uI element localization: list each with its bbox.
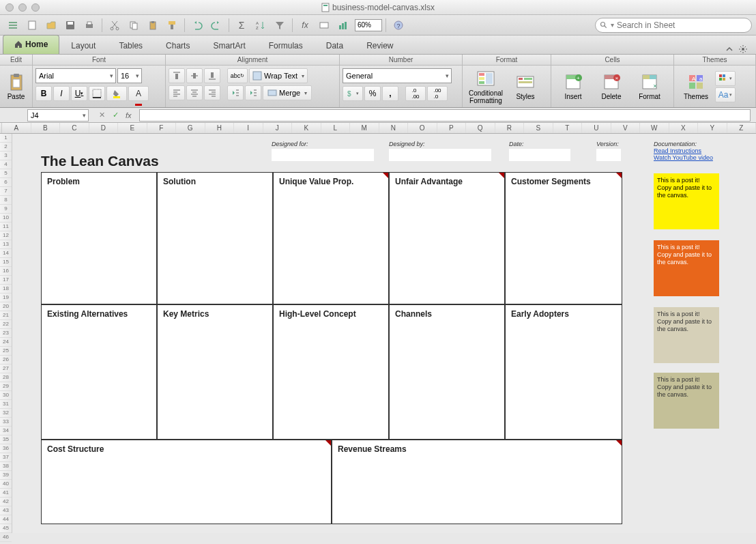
col-J[interactable]: J xyxy=(263,123,293,133)
row-14[interactable]: 14 xyxy=(0,249,12,258)
align-right[interactable] xyxy=(204,85,220,100)
themes-button[interactable]: Aa Themes xyxy=(677,68,715,104)
row-46[interactable]: 46 xyxy=(0,533,12,542)
canvas-section[interactable]: Solution xyxy=(157,172,273,304)
minimize-window[interactable] xyxy=(18,3,27,12)
cell-format-button[interactable]: Format xyxy=(630,68,669,104)
row-17[interactable]: 17 xyxy=(0,276,12,285)
row-13[interactable]: 13 xyxy=(0,240,12,249)
chart-icon[interactable] xyxy=(334,17,352,33)
new-file-icon[interactable] xyxy=(23,17,41,33)
zoom-level[interactable]: 60% xyxy=(355,19,382,31)
row-41[interactable]: 41 xyxy=(0,489,12,498)
tab-smartart[interactable]: SmartArt xyxy=(201,36,257,54)
fx-label[interactable]: fx xyxy=(126,111,139,119)
tab-home[interactable]: Home xyxy=(3,35,59,54)
read-instructions-link[interactable]: Read Instructions xyxy=(654,147,713,154)
tab-review[interactable]: Review xyxy=(355,36,405,54)
meta-input[interactable] xyxy=(272,149,374,161)
row-11[interactable]: 11 xyxy=(0,223,12,231)
font-color-button[interactable]: A xyxy=(128,86,149,101)
row-6[interactable]: 6 xyxy=(0,178,12,187)
meta-input[interactable] xyxy=(509,149,570,161)
row-33[interactable]: 33 xyxy=(0,418,12,427)
fill-color-button[interactable] xyxy=(106,86,127,101)
post-it-note[interactable]: This is a post it! Copy and paste it to … xyxy=(654,307,719,363)
post-it-note[interactable]: This is a post it! Copy and paste it to … xyxy=(654,173,719,229)
filter-icon[interactable] xyxy=(271,17,289,33)
col-Y[interactable]: Y xyxy=(698,123,727,133)
bold-button[interactable]: B xyxy=(35,86,52,101)
tab-layout[interactable]: Layout xyxy=(59,36,107,54)
underline-button[interactable]: U▾ xyxy=(71,86,87,101)
print-icon[interactable] xyxy=(81,17,98,33)
row-30[interactable]: 30 xyxy=(0,391,12,400)
meta-input[interactable] xyxy=(389,149,491,161)
indent-increase[interactable] xyxy=(245,85,261,100)
paste-button[interactable]: Paste xyxy=(0,66,32,107)
save-icon[interactable] xyxy=(61,17,79,33)
formula-input[interactable] xyxy=(139,109,751,121)
col-K[interactable]: K xyxy=(292,123,321,133)
autosum-icon[interactable]: Σ xyxy=(233,17,250,33)
canvas-section[interactable]: High-Level Concept xyxy=(273,304,389,440)
tab-data[interactable]: Data xyxy=(315,36,355,54)
fx-icon[interactable]: fx xyxy=(296,17,314,33)
canvas-section[interactable]: Revenue Streams xyxy=(332,440,622,524)
col-G[interactable]: G xyxy=(176,123,205,133)
row-44[interactable]: 44 xyxy=(0,515,12,524)
col-X[interactable]: X xyxy=(669,123,699,133)
canvas-section[interactable]: Cost Structure xyxy=(41,440,332,524)
comment-indicator-icon[interactable] xyxy=(383,173,388,178)
row-9[interactable]: 9 xyxy=(0,205,12,214)
row-2[interactable]: 2 xyxy=(0,143,12,152)
merge-button[interactable]: Merge xyxy=(263,85,312,100)
cut-icon[interactable] xyxy=(106,17,123,33)
watch-video-link[interactable]: Watch YouTube video xyxy=(654,154,713,161)
meta-input[interactable] xyxy=(596,149,621,161)
row-32[interactable]: 32 xyxy=(0,409,12,418)
col-T[interactable]: T xyxy=(553,123,583,133)
row-21[interactable]: 21 xyxy=(0,311,12,320)
italic-button[interactable]: I xyxy=(53,86,70,101)
row-38[interactable]: 38 xyxy=(0,462,12,471)
insert-button[interactable]: + Insert xyxy=(554,68,592,104)
col-A[interactable]: A xyxy=(2,123,31,133)
align-top[interactable] xyxy=(169,68,185,83)
col-B[interactable]: B xyxy=(31,123,61,133)
undo-icon[interactable] xyxy=(188,17,206,33)
row-7[interactable]: 7 xyxy=(0,187,12,196)
row-39[interactable]: 39 xyxy=(0,471,12,480)
font-size-select[interactable]: 16 xyxy=(117,68,142,83)
col-C[interactable]: C xyxy=(60,123,89,133)
decrease-decimal[interactable]: .00.0 xyxy=(427,86,448,101)
col-Z[interactable]: Z xyxy=(727,123,757,133)
show-formulas-icon[interactable] xyxy=(315,17,333,33)
wrap-text-button[interactable]: Wrap Text xyxy=(249,68,308,83)
row-20[interactable]: 20 xyxy=(0,302,12,311)
comment-indicator-icon[interactable] xyxy=(499,173,504,178)
col-L[interactable]: L xyxy=(321,123,351,133)
canvas-section[interactable]: Key Metrics xyxy=(157,304,273,440)
styles-button[interactable]: Styles xyxy=(506,68,544,104)
row-27[interactable]: 27 xyxy=(0,364,12,373)
open-icon[interactable] xyxy=(42,17,60,33)
number-format-select[interactable]: General xyxy=(343,68,452,83)
tab-tables[interactable]: Tables xyxy=(107,36,154,54)
border-button[interactable] xyxy=(89,86,105,101)
row-5[interactable]: 5 xyxy=(0,169,12,178)
row-15[interactable]: 15 xyxy=(0,258,12,267)
row-40[interactable]: 40 xyxy=(0,480,12,489)
copy-icon[interactable] xyxy=(125,17,143,33)
tab-formulas[interactable]: Formulas xyxy=(257,36,315,54)
sort-icon[interactable]: AZ xyxy=(252,17,270,33)
col-N[interactable]: N xyxy=(379,123,409,133)
row-24[interactable]: 24 xyxy=(0,338,12,347)
align-left[interactable] xyxy=(169,85,185,100)
col-O[interactable]: O xyxy=(408,123,437,133)
redo-icon[interactable] xyxy=(207,17,225,33)
row-18[interactable]: 18 xyxy=(0,285,12,294)
col-F[interactable]: F xyxy=(147,123,177,133)
conditional-formatting-button[interactable]: ConditionalFormatting xyxy=(465,68,506,104)
close-window[interactable] xyxy=(5,3,14,12)
